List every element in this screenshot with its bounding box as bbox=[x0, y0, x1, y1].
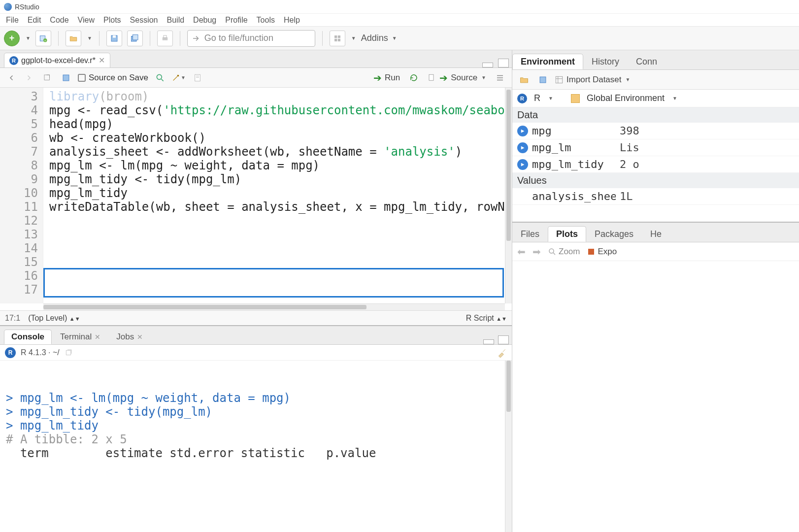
arrow-left-icon bbox=[7, 73, 16, 82]
import-dataset-label: Import Dataset bbox=[566, 75, 622, 85]
menu-debug[interactable]: Debug bbox=[193, 16, 216, 25]
env-section-header: Data bbox=[512, 107, 799, 123]
env-row[interactable]: analysis_sheet1L bbox=[512, 188, 799, 205]
export-button[interactable]: Expo bbox=[587, 247, 617, 257]
scope-selector[interactable]: (Top Level) ▲▼ bbox=[28, 314, 458, 323]
open-file-button[interactable] bbox=[66, 31, 81, 46]
folder-open-icon bbox=[519, 75, 529, 85]
console-scrollbar[interactable] bbox=[505, 361, 512, 532]
run-label: Run bbox=[385, 73, 400, 83]
outline-button[interactable] bbox=[493, 71, 507, 85]
maximize-console-button[interactable] bbox=[498, 335, 509, 344]
minimize-console-button[interactable] bbox=[483, 339, 494, 344]
open-recent-dropdown-icon[interactable]: ▼ bbox=[87, 35, 92, 41]
r-logo-icon: R bbox=[517, 94, 527, 103]
tab-terminal[interactable]: Terminal ✕ bbox=[53, 330, 108, 344]
menu-plots[interactable]: Plots bbox=[103, 16, 121, 25]
svg-rect-23 bbox=[540, 77, 546, 83]
find-button[interactable] bbox=[153, 71, 167, 85]
menu-help[interactable]: Help bbox=[284, 16, 300, 25]
tab-environment[interactable]: Environment bbox=[512, 54, 583, 69]
tab-jobs[interactable]: Jobs ✕ bbox=[109, 330, 150, 344]
code-tools-button[interactable]: ▼ bbox=[172, 71, 186, 85]
new-project-button[interactable]: + bbox=[35, 31, 51, 46]
goto-file-function-input[interactable]: Go to file/function bbox=[187, 30, 315, 47]
code-editor[interactable]: 34567891011121314151617 library(broom)mp… bbox=[0, 88, 512, 303]
save-all-button[interactable] bbox=[127, 31, 143, 46]
new-file-button[interactable]: + bbox=[4, 31, 20, 46]
save-button[interactable] bbox=[106, 31, 122, 46]
minimize-pane-button[interactable] bbox=[482, 63, 493, 67]
menu-build[interactable]: Build bbox=[167, 16, 185, 25]
menu-edit[interactable]: Edit bbox=[28, 16, 41, 25]
env-var-value: Lis bbox=[620, 141, 794, 154]
load-workspace-button[interactable] bbox=[517, 73, 531, 87]
new-file-dropdown-icon[interactable]: ▼ bbox=[26, 35, 31, 41]
print-button[interactable] bbox=[157, 31, 173, 46]
source-on-save-toggle[interactable]: Source on Save bbox=[78, 73, 148, 83]
close-icon[interactable]: ✕ bbox=[137, 333, 143, 341]
file-type-selector[interactable]: R Script ▲▼ bbox=[466, 314, 507, 323]
menu-file[interactable]: File bbox=[6, 16, 19, 25]
tab-connections[interactable]: Conn bbox=[628, 54, 666, 69]
broom-icon[interactable] bbox=[497, 348, 507, 358]
run-button[interactable]: ➔ Run bbox=[373, 72, 400, 84]
plot-prev-button[interactable]: ⬅ bbox=[517, 246, 526, 258]
svg-rect-4 bbox=[113, 35, 116, 38]
save-source-button[interactable] bbox=[59, 71, 73, 85]
svg-rect-11 bbox=[334, 38, 337, 41]
dropdown-icon: ▼ bbox=[626, 77, 631, 82]
env-row[interactable]: ▶mpg_lm_tidy2 o bbox=[512, 156, 799, 173]
notebook-icon bbox=[193, 73, 202, 82]
maximize-pane-button[interactable] bbox=[498, 59, 509, 67]
menu-session[interactable]: Session bbox=[130, 16, 158, 25]
tab-console[interactable]: Console bbox=[4, 330, 52, 344]
env-var-value: 398 bbox=[620, 125, 794, 137]
svg-rect-24 bbox=[556, 76, 563, 83]
scope-language[interactable]: R bbox=[534, 93, 540, 103]
window-title: RStudio bbox=[15, 3, 39, 11]
compile-report-button[interactable] bbox=[191, 71, 204, 85]
grid-dropdown-icon[interactable]: ▼ bbox=[351, 35, 356, 41]
menu-view[interactable]: View bbox=[78, 16, 95, 25]
menu-tools[interactable]: Tools bbox=[257, 16, 275, 25]
grid-icon bbox=[333, 34, 342, 43]
menu-code[interactable]: Code bbox=[50, 16, 68, 25]
env-row[interactable]: ▶mpg_lmLis bbox=[512, 139, 799, 156]
popout-icon bbox=[43, 73, 52, 82]
tab-packages[interactable]: Packages bbox=[586, 226, 642, 242]
rerun-button[interactable] bbox=[407, 71, 421, 85]
grid-button[interactable] bbox=[330, 31, 345, 46]
env-row[interactable]: ▶mpg398 bbox=[512, 123, 799, 139]
menu-profile[interactable]: Profile bbox=[225, 16, 247, 25]
plot-next-button[interactable]: ➡ bbox=[533, 246, 541, 258]
tab-files[interactable]: Files bbox=[512, 226, 548, 242]
scope-label[interactable]: Global Environment bbox=[587, 93, 665, 103]
addins-menu[interactable]: Addins ▼ bbox=[361, 33, 397, 43]
folder-open-icon bbox=[69, 34, 78, 43]
horizontal-scrollbar[interactable] bbox=[43, 303, 505, 310]
popout-icon[interactable] bbox=[65, 349, 72, 357]
save-workspace-button[interactable] bbox=[536, 73, 550, 87]
source-tab[interactable]: R ggplot-to-excel-dev.r* ✕ bbox=[4, 53, 110, 67]
project-plus-icon: + bbox=[39, 34, 48, 43]
env-var-name: mpg_lm bbox=[532, 141, 616, 154]
import-dataset-button[interactable]: Import Dataset ▼ bbox=[555, 75, 630, 85]
r-logo-icon: R bbox=[5, 347, 16, 358]
tab-history[interactable]: History bbox=[583, 54, 628, 69]
zoom-button[interactable]: Zoom bbox=[548, 247, 580, 257]
forward-button[interactable] bbox=[22, 71, 35, 85]
plots-toolbar: ⬅ ➡ Zoom Expo bbox=[512, 242, 799, 261]
source-label: Source bbox=[451, 73, 477, 83]
close-tab-icon[interactable]: ✕ bbox=[99, 56, 105, 65]
back-button[interactable] bbox=[5, 71, 19, 85]
close-icon[interactable]: ✕ bbox=[95, 333, 100, 341]
source-button[interactable]: ➔ Source ▼ bbox=[428, 72, 486, 84]
vertical-scrollbar[interactable] bbox=[505, 88, 512, 303]
tab-plots[interactable]: Plots bbox=[548, 226, 586, 242]
tab-help[interactable]: He bbox=[642, 226, 670, 242]
svg-text:+: + bbox=[44, 39, 46, 42]
show-in-new-window-button[interactable] bbox=[40, 71, 54, 85]
console-output[interactable]: > mpg_lm <- lm(mpg ~ weight, data = mpg)… bbox=[0, 361, 512, 532]
goto-arrow-icon bbox=[192, 34, 200, 43]
